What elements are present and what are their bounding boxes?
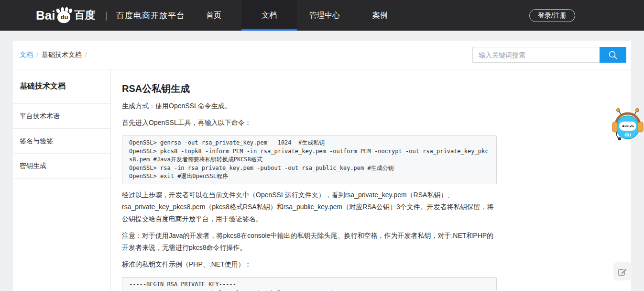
- du-robot-mascot[interactable]: du: [612, 107, 644, 145]
- search-box: [472, 47, 626, 63]
- baidu-logo[interactable]: Bai du 百度 ｜ 百度电商开放平台: [36, 0, 185, 31]
- robot-du-label: du: [624, 132, 631, 137]
- paragraph-generation-method: 生成方式：使用OpenSSL命令生成。: [122, 100, 497, 112]
- logo-divider: ｜: [102, 10, 110, 21]
- platform-brand-title: 百度电商开放平台: [116, 10, 185, 21]
- code-block-openssl-commands: OpenSSL> genrsa -out rsa_private_key.pem…: [122, 135, 497, 184]
- logo-text-bai: Bai: [36, 8, 55, 23]
- sidebar-item-sign-verify[interactable]: 签名与验签: [13, 129, 110, 154]
- sidebar-title: 基础技术文档: [13, 69, 110, 104]
- sidebar-item-platform-terms[interactable]: 平台技术术语: [13, 104, 110, 129]
- breadcrumb-row: 文档 / 基础技术文档 /: [13, 41, 631, 69]
- breadcrumb-item-basic-docs[interactable]: 基础技术文档: [42, 51, 82, 59]
- edit-pencil-icon: [618, 267, 627, 276]
- code-block-private-key: -----BEGIN RSA PRIVATE KEY----- MIICXQIB…: [122, 277, 497, 291]
- sidebar-item-key-generation[interactable]: 密钥生成: [13, 154, 110, 179]
- login-register-button[interactable]: 登录/注册: [529, 9, 575, 22]
- breadcrumb-link-docs[interactable]: 文档: [20, 51, 33, 59]
- top-navbar: Bai du 百度 ｜ 百度电商开放平台 首页 文档 管理中心 案例 登录/注册: [0, 0, 644, 31]
- nav-item-console[interactable]: 管理中心: [297, 0, 352, 31]
- content-card: 文档 / 基础技术文档 / 基础技术文档 平台技术术语 签名与验签 密钥生成 R…: [13, 41, 631, 291]
- paragraph-java-note: 注意：对于使用Java的开发者，将pkcs8在console中输出的私钥去除头尾…: [122, 230, 497, 254]
- doc-main: RSA公私钥生成 生成方式：使用OpenSSL命令生成。 首先进入OpenSSL…: [111, 69, 631, 291]
- search-input[interactable]: [472, 47, 600, 63]
- logo-text-cn: 百度: [74, 8, 95, 22]
- nav-item-home[interactable]: 首页: [186, 0, 241, 31]
- main-nav: 首页 文档 管理中心 案例: [186, 0, 408, 31]
- paragraph-enter-openssl: 首先进入OpenSSL工具，再输入以下命令：: [122, 117, 497, 129]
- breadcrumb: 文档 / 基础技术文档 /: [20, 51, 87, 59]
- robot-icon: du: [612, 107, 644, 145]
- logo-text-du: du: [56, 13, 72, 21]
- paragraph-steps-result: 经过以上步骤，开发者可以在当前文件夹中（OpenSSL运行文件夹），看到rsa_…: [122, 189, 497, 225]
- search-button[interactable]: [600, 47, 626, 63]
- nav-item-docs[interactable]: 文档: [241, 0, 297, 31]
- page-title: RSA公私钥生成: [122, 82, 631, 95]
- paragraph-private-key-example: 标准的私钥文件示例（PHP、.NET使用）：: [122, 258, 497, 270]
- breadcrumb-separator: /: [36, 51, 38, 59]
- feedback-edit-button[interactable]: [613, 262, 632, 280]
- nav-item-cases[interactable]: 案例: [352, 0, 408, 31]
- breadcrumb-separator: /: [85, 51, 87, 59]
- search-icon: [608, 50, 618, 60]
- docs-sidebar: 基础技术文档 平台技术术语 签名与验签 密钥生成: [13, 69, 111, 291]
- baidu-paw-icon: du: [56, 7, 72, 23]
